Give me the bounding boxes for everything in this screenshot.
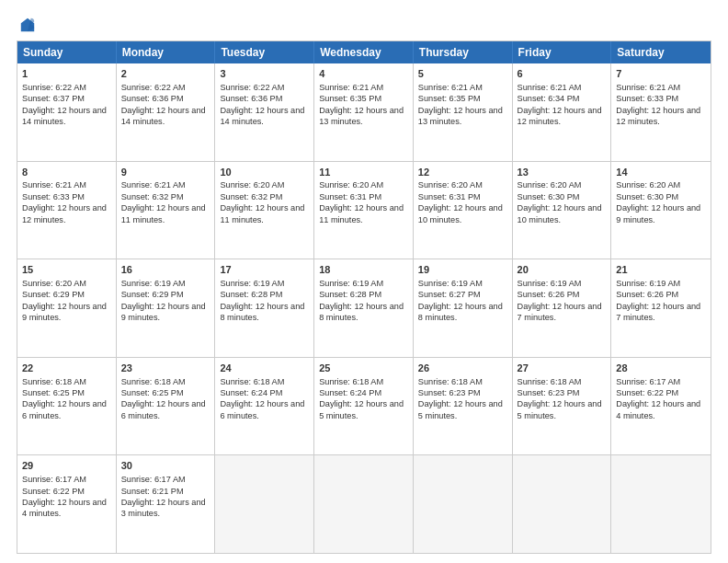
- sunrise-text: Sunrise: 6:19 AM: [121, 279, 186, 288]
- day-number: 9: [121, 166, 210, 179]
- daylight-label: Daylight: 12 hours and 12 minutes.: [616, 106, 700, 126]
- day-number: 6: [518, 67, 607, 81]
- sunset-text: Sunset: 6:23 PM: [518, 388, 580, 397]
- sunrise-text: Sunrise: 6:19 AM: [220, 279, 284, 288]
- calendar-cell: 15Sunrise: 6:20 AMSunset: 6:29 PMDayligh…: [17, 259, 117, 357]
- day-number: 22: [22, 362, 111, 375]
- calendar-cell: 21Sunrise: 6:19 AMSunset: 6:26 PMDayligh…: [611, 259, 711, 357]
- sunrise-text: Sunrise: 6:22 AM: [22, 83, 86, 92]
- sunrise-text: Sunrise: 6:20 AM: [220, 180, 284, 190]
- sunrise-text: Sunrise: 6:17 AM: [616, 377, 680, 386]
- calendar-cell: 29Sunrise: 6:17 AMSunset: 6:22 PMDayligh…: [17, 455, 117, 553]
- daylight-label: Daylight: 12 hours and 12 minutes.: [22, 203, 107, 224]
- calendar-cell: 25Sunrise: 6:18 AMSunset: 6:24 PMDayligh…: [314, 358, 414, 455]
- calendar-row: 1Sunrise: 6:22 AMSunset: 6:37 PMDaylight…: [17, 63, 711, 161]
- sunset-text: Sunset: 6:26 PM: [518, 290, 580, 299]
- day-number: 29: [22, 459, 111, 473]
- daylight-label: Daylight: 12 hours and 14 minutes.: [22, 106, 107, 126]
- sunset-text: Sunset: 6:31 PM: [418, 192, 481, 201]
- day-number: 18: [319, 263, 408, 277]
- sunrise-text: Sunrise: 6:18 AM: [22, 377, 86, 386]
- sunset-text: Sunset: 6:21 PM: [121, 487, 184, 496]
- logo: [17, 17, 38, 33]
- daylight-label: Daylight: 12 hours and 10 minutes.: [418, 203, 503, 224]
- calendar-cell: 17Sunrise: 6:19 AMSunset: 6:28 PMDayligh…: [215, 259, 314, 357]
- sunrise-text: Sunrise: 6:20 AM: [22, 279, 86, 288]
- day-number: 28: [616, 362, 706, 375]
- sunrise-text: Sunrise: 6:18 AM: [220, 377, 284, 386]
- day-number: 25: [319, 362, 408, 375]
- calendar-cell: 12Sunrise: 6:20 AMSunset: 6:31 PMDayligh…: [414, 162, 513, 259]
- calendar-cell: [314, 455, 414, 553]
- day-number: 17: [220, 263, 309, 277]
- daylight-label: Daylight: 12 hours and 5 minutes.: [319, 399, 404, 419]
- daylight-label: Daylight: 12 hours and 11 minutes.: [220, 203, 304, 224]
- daylight-label: Daylight: 12 hours and 8 minutes.: [319, 302, 404, 322]
- sunset-text: Sunset: 6:22 PM: [22, 487, 85, 496]
- calendar-cell: [513, 455, 612, 553]
- sunrise-text: Sunrise: 6:17 AM: [22, 475, 86, 484]
- day-number: 14: [616, 166, 706, 179]
- day-number: 30: [121, 459, 210, 473]
- header-cell-wednesday: Wednesday: [314, 41, 414, 63]
- daylight-label: Daylight: 12 hours and 5 minutes.: [418, 399, 503, 419]
- sunrise-text: Sunrise: 6:21 AM: [418, 83, 483, 92]
- day-number: 16: [121, 263, 210, 277]
- sunrise-text: Sunrise: 6:18 AM: [121, 377, 186, 386]
- sunset-text: Sunset: 6:31 PM: [319, 192, 381, 201]
- daylight-label: Daylight: 12 hours and 8 minutes.: [418, 302, 503, 322]
- calendar-row: 15Sunrise: 6:20 AMSunset: 6:29 PMDayligh…: [17, 259, 711, 357]
- sunset-text: Sunset: 6:25 PM: [121, 388, 184, 397]
- calendar-cell: 4Sunrise: 6:21 AMSunset: 6:35 PMDaylight…: [314, 63, 414, 161]
- day-number: 21: [616, 263, 706, 277]
- sunset-text: Sunset: 6:32 PM: [220, 192, 282, 201]
- sunset-text: Sunset: 6:29 PM: [22, 290, 85, 299]
- day-number: 12: [418, 166, 507, 179]
- sunset-text: Sunset: 6:28 PM: [319, 290, 381, 299]
- calendar-cell: 6Sunrise: 6:21 AMSunset: 6:34 PMDaylight…: [513, 63, 612, 161]
- sunset-text: Sunset: 6:28 PM: [220, 290, 282, 299]
- day-number: 26: [418, 362, 507, 375]
- header-cell-sunday: Sunday: [17, 41, 117, 63]
- page-header: [17, 17, 711, 33]
- sunrise-text: Sunrise: 6:21 AM: [616, 83, 680, 92]
- calendar-cell: 16Sunrise: 6:19 AMSunset: 6:29 PMDayligh…: [117, 259, 216, 357]
- header-cell-friday: Friday: [513, 41, 612, 63]
- sunset-text: Sunset: 6:22 PM: [616, 388, 678, 397]
- calendar-cell: 2Sunrise: 6:22 AMSunset: 6:36 PMDaylight…: [117, 63, 216, 161]
- sunset-text: Sunset: 6:35 PM: [319, 94, 381, 103]
- sunrise-text: Sunrise: 6:21 AM: [121, 180, 186, 190]
- header-cell-monday: Monday: [117, 41, 216, 63]
- daylight-label: Daylight: 12 hours and 7 minutes.: [518, 302, 602, 322]
- day-number: 13: [518, 166, 607, 179]
- day-number: 4: [319, 67, 408, 81]
- sunset-text: Sunset: 6:30 PM: [616, 192, 678, 201]
- sunset-text: Sunset: 6:37 PM: [22, 94, 85, 103]
- daylight-label: Daylight: 12 hours and 9 minutes.: [121, 302, 206, 322]
- calendar-cell: 10Sunrise: 6:20 AMSunset: 6:32 PMDayligh…: [215, 162, 314, 259]
- day-number: 5: [418, 67, 507, 81]
- sunrise-text: Sunrise: 6:19 AM: [319, 279, 383, 288]
- calendar-cell: 5Sunrise: 6:21 AMSunset: 6:35 PMDaylight…: [414, 63, 513, 161]
- sunset-text: Sunset: 6:24 PM: [319, 388, 381, 397]
- sunrise-text: Sunrise: 6:18 AM: [319, 377, 383, 386]
- logo-icon: [19, 17, 36, 33]
- sunset-text: Sunset: 6:35 PM: [418, 94, 481, 103]
- sunrise-text: Sunrise: 6:19 AM: [418, 279, 483, 288]
- daylight-label: Daylight: 12 hours and 5 minutes.: [518, 399, 602, 419]
- header-cell-saturday: Saturday: [611, 41, 711, 63]
- calendar-cell: 18Sunrise: 6:19 AMSunset: 6:28 PMDayligh…: [314, 259, 414, 357]
- calendar-cell: 14Sunrise: 6:20 AMSunset: 6:30 PMDayligh…: [611, 162, 711, 259]
- calendar-cell: 27Sunrise: 6:18 AMSunset: 6:23 PMDayligh…: [513, 358, 612, 455]
- sunset-text: Sunset: 6:36 PM: [220, 94, 282, 103]
- daylight-label: Daylight: 12 hours and 14 minutes.: [121, 106, 206, 126]
- daylight-label: Daylight: 12 hours and 6 minutes.: [22, 399, 107, 419]
- day-number: 1: [22, 67, 111, 81]
- calendar-row: 22Sunrise: 6:18 AMSunset: 6:25 PMDayligh…: [17, 357, 711, 455]
- calendar-cell: 7Sunrise: 6:21 AMSunset: 6:33 PMDaylight…: [611, 63, 711, 161]
- calendar-cell: 24Sunrise: 6:18 AMSunset: 6:24 PMDayligh…: [215, 358, 314, 455]
- calendar-cell: 23Sunrise: 6:18 AMSunset: 6:25 PMDayligh…: [117, 358, 216, 455]
- day-number: 19: [418, 263, 507, 277]
- day-number: 27: [518, 362, 607, 375]
- daylight-label: Daylight: 12 hours and 13 minutes.: [418, 106, 503, 126]
